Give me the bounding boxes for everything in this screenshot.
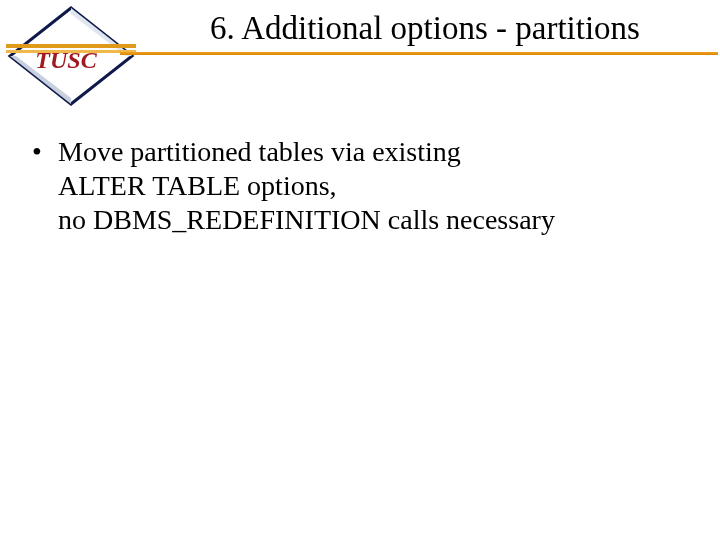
bullet-item: • Move partitioned tables via existing A… xyxy=(32,135,690,237)
bullet-line: no DBMS_REDEFINITION calls necessary xyxy=(58,204,555,235)
title-underline xyxy=(120,52,718,58)
tusc-logo: TUSC xyxy=(6,6,136,106)
slide-title: 6. Additional options - partitions xyxy=(210,10,716,47)
bullet-text: Move partitioned tables via existing ALT… xyxy=(58,135,555,237)
bullet-line: Move partitioned tables via existing xyxy=(58,136,461,167)
bullet-line: ALTER TABLE options, xyxy=(58,170,337,201)
logo-text: TUSC xyxy=(35,47,97,73)
slide-body: • Move partitioned tables via existing A… xyxy=(32,135,690,237)
slide: TUSC 6. Additional options - partitions … xyxy=(0,0,720,540)
bullet-marker: • xyxy=(32,135,58,169)
